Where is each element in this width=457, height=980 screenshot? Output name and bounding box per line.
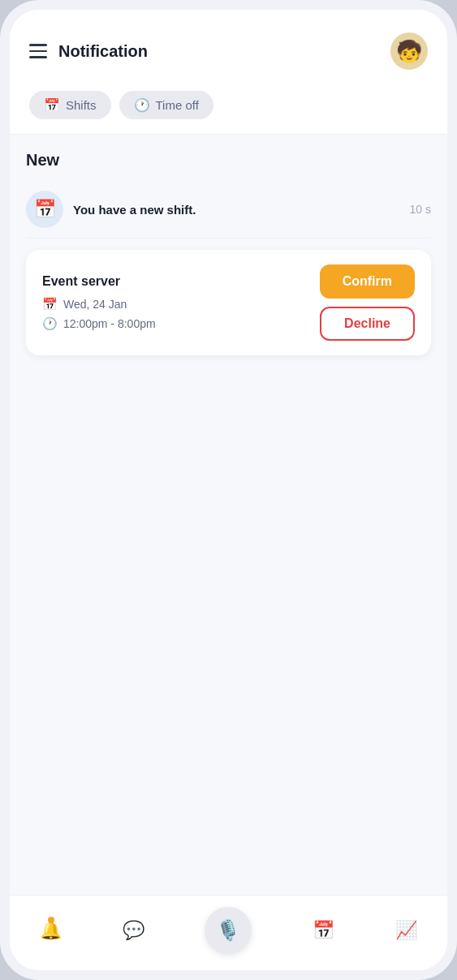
timeoff-tab-label: Time off xyxy=(156,98,199,112)
shift-date-text: Wed, 24 Jan xyxy=(63,298,127,311)
shift-actions: Confirm Decline xyxy=(320,264,415,341)
shift-time: 🕐 12:00pm - 8:00pm xyxy=(42,316,156,331)
shift-title: Event server xyxy=(42,274,156,289)
shifts-tab-label: Shifts xyxy=(66,98,97,112)
shift-date: 📅 Wed, 24 Jan xyxy=(42,297,156,312)
notification-item: 📅 You have a new shift. 10 s xyxy=(26,181,431,239)
notification-time: 10 s xyxy=(410,203,431,216)
clock-icon: 🕐 xyxy=(42,316,58,331)
menu-button[interactable] xyxy=(29,44,47,58)
shift-card: Event server 📅 Wed, 24 Jan 🕐 12:00pm - 8… xyxy=(26,250,431,355)
avatar[interactable]: 🧒 xyxy=(390,32,428,70)
main-content: New 📅 You have a new shift. 10 s Event s… xyxy=(10,135,447,895)
notification-dot xyxy=(48,917,54,923)
notification-shift-icon: 📅 xyxy=(26,191,63,228)
nav-mic-button[interactable]: 🎙️ xyxy=(205,907,252,954)
notification-left: 📅 You have a new shift. xyxy=(26,191,196,228)
shift-time-text: 12:00pm - 8:00pm xyxy=(63,317,156,330)
tab-timeoff[interactable]: 🕐 Time off xyxy=(119,91,213,119)
tabs-bar: 📅 Shifts 🕐 Time off xyxy=(10,83,447,134)
page-title: Notification xyxy=(58,42,390,61)
calendar-icon: 📅 xyxy=(42,297,58,312)
notification-text: You have a new shift. xyxy=(73,203,196,217)
section-new-title: New xyxy=(26,135,431,181)
tab-shifts[interactable]: 📅 Shifts xyxy=(29,91,111,119)
nav-calendar[interactable]: 📅 xyxy=(313,920,334,941)
chart-icon: 📈 xyxy=(395,920,417,941)
timeoff-tab-icon: 🕐 xyxy=(134,97,150,113)
shift-info: Event server 📅 Wed, 24 Jan 🕐 12:00pm - 8… xyxy=(42,274,156,331)
nav-chart[interactable]: 📈 xyxy=(395,920,417,941)
messages-icon: 💬 xyxy=(123,920,144,941)
nav-notifications[interactable]: 🔔 xyxy=(40,920,62,941)
confirm-button[interactable]: Confirm xyxy=(320,264,415,299)
bottom-nav: 🔔 💬 🎙️ 📅 📈 xyxy=(10,895,447,970)
mic-icon: 🎙️ xyxy=(216,919,240,942)
shifts-tab-icon: 📅 xyxy=(44,97,60,113)
calendar-nav-icon: 📅 xyxy=(313,920,334,941)
nav-messages[interactable]: 💬 xyxy=(123,920,144,941)
header: Notification 🧒 xyxy=(10,10,447,83)
decline-button[interactable]: Decline xyxy=(320,307,415,341)
